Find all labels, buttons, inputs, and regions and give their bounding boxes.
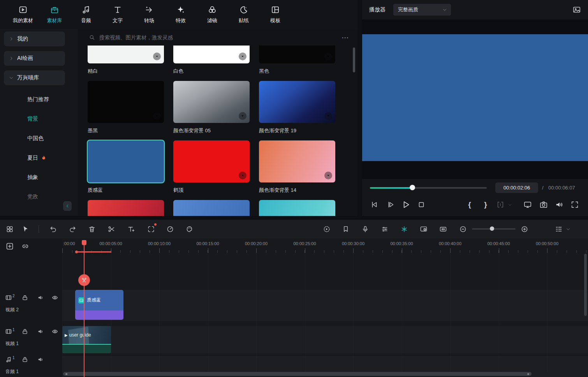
split-scissors-icon[interactable] [107,224,116,234]
track-lane-video2[interactable] [62,290,588,321]
lock-icon[interactable] [22,328,28,335]
voiceover-mic-icon[interactable] [361,224,370,234]
library-item-thumb[interactable] [88,46,164,63]
chevron-down-icon[interactable] [507,199,512,210]
in-out-range-icon[interactable] [495,199,506,210]
download-icon[interactable] [324,172,332,179]
color-palette-icon[interactable] [185,224,194,234]
library-item-thumb[interactable] [173,46,250,63]
progress-handle[interactable] [410,185,415,190]
library-item-thumb[interactable] [173,81,250,123]
library-item-thumb[interactable] [173,200,250,216]
library-item[interactable]: 精白 [88,46,164,81]
previous-frame-button[interactable] [369,199,380,210]
library-item-thumb[interactable] [88,140,164,182]
speed-icon[interactable] [165,224,175,234]
preview-window-icon[interactable] [419,224,428,234]
library-item-thumb[interactable] [173,140,250,182]
lock-icon[interactable] [22,356,28,363]
tab-audio[interactable]: 音频 [75,5,97,24]
display-mode-icon[interactable] [522,199,533,210]
undo-icon[interactable] [49,224,58,234]
more-icon[interactable]: ⋯ [340,34,350,41]
library-item-thumb[interactable] [88,81,164,123]
speaker-icon[interactable] [37,295,44,301]
library-item-thumb[interactable] [259,46,335,63]
select-tool-icon[interactable] [21,224,30,234]
snapshot-camera-icon[interactable] [538,199,549,210]
library-item-thumb[interactable] [88,200,164,216]
fit-timeline-icon[interactable] [438,224,448,234]
timeline-clip-video[interactable]: ▶ user guide [62,326,111,353]
library-item[interactable]: 墨黑 [88,81,164,140]
redo-icon[interactable] [68,224,77,234]
library-item-thumb[interactable] [259,81,335,123]
video-frame[interactable] [362,34,588,161]
library-item[interactable]: 质感蓝 [88,140,164,200]
library-item-thumb[interactable] [259,200,335,216]
zoom-slider-handle[interactable] [490,226,494,231]
download-icon[interactable] [153,53,161,60]
tab-text[interactable]: 文字 [106,5,129,24]
preview-quality-icon[interactable] [572,5,581,14]
library-item[interactable]: 颜色渐变背景 14 [259,140,335,200]
tab-my-media[interactable]: 我的素材 [12,5,34,24]
track-manager-icon[interactable] [554,224,563,234]
audio-mixer-icon[interactable] [380,224,389,234]
sidebar-item-hot[interactable]: 热门推荐 [0,90,78,109]
playback-progress[interactable] [370,187,487,189]
delete-icon[interactable] [87,224,97,234]
vertical-scrollbar[interactable] [584,254,587,316]
library-item[interactable] [173,200,250,216]
marker-icon[interactable] [341,224,350,234]
tab-library[interactable]: 素材库 [43,5,66,24]
render-preview-icon[interactable] [322,224,331,234]
download-icon[interactable] [239,172,246,179]
search-input[interactable] [99,34,336,41]
sidebar-group-ai-paint[interactable]: AI绘画 [4,51,65,66]
library-item[interactable] [88,200,164,216]
track-lane-video1[interactable] [62,326,588,353]
mark-out-button[interactable]: } [480,199,491,210]
lock-icon[interactable] [22,295,28,301]
mark-in-button[interactable]: { [464,199,475,210]
grid-scrollbar[interactable] [353,47,355,72]
sidebar-item-background[interactable]: 背景 [0,109,78,129]
split-scissors-badge[interactable] [78,274,90,286]
next-frame-button[interactable] [385,199,396,210]
tab-filters[interactable]: 滤镜 [201,5,224,24]
crop-icon[interactable] [146,224,156,234]
play-button[interactable] [400,199,411,210]
sidebar-item-china-color[interactable]: 中国色 [0,129,78,148]
sidebar-item-abstract[interactable]: 抽象 [0,168,78,187]
playhead-line[interactable] [84,240,85,377]
stop-button[interactable] [416,199,427,210]
horizontal-scrollbar[interactable] [63,372,532,376]
tab-templates[interactable]: 模板 [264,5,287,24]
download-icon[interactable] [153,112,161,120]
sidebar-group-mine[interactable]: 我的 [4,32,65,46]
library-item[interactable]: 黑色 [259,46,335,81]
add-to-timeline-icon[interactable] [6,242,14,250]
tab-stickers[interactable]: 贴纸 [232,5,255,24]
add-text-icon[interactable] [127,224,136,234]
library-item[interactable]: 颜色渐变背景 19 [259,81,335,140]
zoom-out-icon[interactable] [458,224,468,234]
tab-transition[interactable]: 转场 [138,5,160,24]
library-item-thumb[interactable] [259,140,335,182]
download-icon[interactable] [239,53,246,60]
timeline-clip-color[interactable]: 质感蓝 [75,290,123,320]
library-item[interactable]: 鹤顶 [173,140,250,200]
library-item[interactable] [259,200,335,216]
smart-tool-icon[interactable] [400,224,409,234]
speaker-icon[interactable] [37,328,44,335]
zoom-in-icon[interactable] [520,224,529,234]
fullscreen-icon[interactable] [569,199,580,210]
sidebar-collapse-button[interactable] [63,201,72,211]
download-icon[interactable] [324,53,332,60]
sidebar-item-summer[interactable]: 夏日 [0,148,78,168]
download-icon[interactable] [324,112,332,120]
library-item[interactable]: 白色 [173,46,250,81]
speaker-icon[interactable] [37,356,44,363]
quality-dropdown[interactable]: 完整画质 [393,4,451,16]
